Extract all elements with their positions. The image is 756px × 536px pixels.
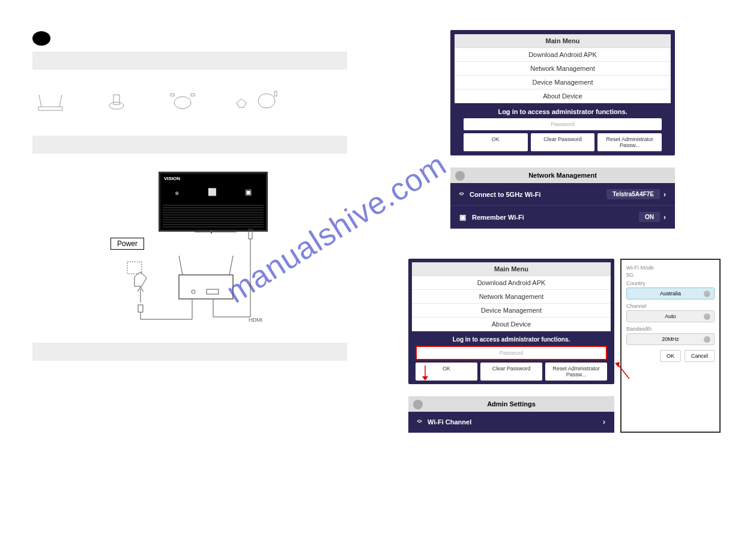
menu-item-network[interactable]: Network Management xyxy=(455,62,671,76)
main-menu-panel: Main Menu Download Android APK Network M… xyxy=(450,30,675,155)
reset-password-button[interactable]: Reset Administrator Passw... xyxy=(597,133,662,151)
password-input[interactable]: Password xyxy=(464,118,662,130)
dropdown-icon-3: ⌄ xyxy=(704,336,710,343)
channel-label: Channel xyxy=(626,303,715,309)
svg-rect-1 xyxy=(113,95,119,104)
package-items-row xyxy=(35,88,347,112)
main-menu-list: Main Menu Download Android APK Network M… xyxy=(455,34,671,103)
red-arrow-down-icon xyxy=(419,366,437,384)
section-heading-3 xyxy=(32,343,347,361)
menu-item-network-2[interactable]: Network Management xyxy=(412,290,611,304)
menu-item-about-2[interactable]: About Device xyxy=(412,318,611,331)
network-header-label: Network Management xyxy=(528,172,597,179)
main-menu-panel-2: Main Menu Download Android APK Network M… xyxy=(408,259,614,384)
wifi-mode-value: 5G xyxy=(626,272,715,278)
popup-cancel-button[interactable]: Cancel xyxy=(685,350,715,362)
bandwidth-value: 20MHz xyxy=(662,336,679,342)
svg-rect-9 xyxy=(179,275,233,299)
remember-wifi-label: Remember Wi-Fi xyxy=(472,214,639,221)
menu-item-about[interactable]: About Device xyxy=(455,89,671,103)
connect-wifi-row[interactable]: ⌔ Connect to 5GHz Wi-Fi Telstra5A4F7E › xyxy=(450,183,675,206)
channel-select[interactable]: Auto ⌄ xyxy=(626,310,715,322)
menu-item-device-2[interactable]: Device Management xyxy=(412,304,611,318)
admin-settings-panel: Admin Settings ⌔ Wi-Fi Channel › xyxy=(408,396,614,433)
svg-rect-3 xyxy=(171,94,174,96)
network-management-panel: Network Management ⌔ Connect to 5GHz Wi-… xyxy=(450,167,675,229)
admin-header-label: Admin Settings xyxy=(487,400,536,408)
right-column: Main Menu Download Android APK Network M… xyxy=(408,30,721,433)
svg-point-2 xyxy=(174,97,191,109)
menu-item-apk-2[interactable]: Download Android APK xyxy=(412,276,611,290)
dropdown-icon-1: ⌄ xyxy=(704,291,710,297)
login-message: Log in to access administrator functions… xyxy=(455,103,671,118)
wifi-channel-row[interactable]: ⌔ Wi-Fi Channel › xyxy=(408,412,614,433)
bandwidth-select[interactable]: 20MHz ⌄ xyxy=(626,333,715,345)
main-menu-header: Main Menu xyxy=(455,34,671,48)
country-select[interactable]: Australia ⌄ xyxy=(626,288,715,300)
channel-value: Auto xyxy=(665,313,676,319)
remember-wifi-row[interactable]: ▣ Remember Wi-Fi ON › xyxy=(450,206,675,229)
connect-wifi-label: Connect to 5GHz Wi-Fi xyxy=(470,191,606,198)
chevron-right-icon-3: › xyxy=(603,418,605,426)
back-icon[interactable] xyxy=(455,171,465,181)
reset-password-button-2[interactable]: Reset Administrator Passw... xyxy=(545,363,607,381)
clear-password-button-2[interactable]: Clear Password xyxy=(480,363,542,381)
main-menu-list-2: Main Menu Download Android APK Network M… xyxy=(412,262,611,331)
svg-rect-14 xyxy=(127,262,142,274)
svg-rect-13 xyxy=(207,289,219,294)
diagram-wires: HDMI xyxy=(116,172,291,328)
wifi-icon: ⌔ xyxy=(459,190,464,199)
svg-rect-16 xyxy=(138,305,143,312)
network-header: Network Management xyxy=(450,167,675,183)
left-column: VISION ● ⬜ ▣ xyxy=(32,31,347,366)
wifi-icon-2: ⌔ xyxy=(417,418,422,426)
svg-line-10 xyxy=(179,256,183,275)
step-badge xyxy=(32,31,50,46)
wifi-settings-popup: Wi-Fi Mode 5G Country Australia ⌄ Channe… xyxy=(620,259,721,433)
adapter-item-icon xyxy=(101,88,132,112)
country-label: Country xyxy=(626,280,715,286)
back-icon-2[interactable] xyxy=(413,400,423,409)
power-callout-label: Power xyxy=(110,238,144,250)
connect-wifi-value: Telstra5A4F7E xyxy=(606,189,660,199)
svg-text:HDMI: HDMI xyxy=(249,317,262,323)
svg-line-11 xyxy=(229,256,233,275)
dropdown-icon-2: ⌄ xyxy=(704,313,710,320)
svg-point-12 xyxy=(192,290,195,294)
country-value: Australia xyxy=(660,291,681,297)
menu-item-device[interactable]: Device Management xyxy=(455,76,671,89)
setup-diagram: VISION ● ⬜ ▣ xyxy=(116,172,291,328)
router-item-icon xyxy=(35,88,65,112)
page-root: manualshive.com VISION ● ⬜ ▣ xyxy=(0,0,756,536)
admin-header: Admin Settings xyxy=(408,396,614,412)
power-kit-icon xyxy=(234,88,282,112)
svg-point-5 xyxy=(258,94,275,108)
svg-point-0 xyxy=(109,102,124,109)
chevron-right-icon-2: › xyxy=(664,213,666,221)
popup-button-row: OK Cancel xyxy=(626,350,715,362)
popup-ok-button[interactable]: OK xyxy=(660,350,681,362)
hdmi-cable-icon xyxy=(168,88,198,112)
wifi-channel-label: Wi-Fi Channel xyxy=(428,418,599,426)
svg-rect-6 xyxy=(274,91,277,96)
main-menu-header-2: Main Menu xyxy=(412,262,611,276)
login-message-2: Log in to access administrator functions… xyxy=(412,331,611,346)
section-heading-2 xyxy=(32,136,347,154)
remember-wifi-value: ON xyxy=(639,212,660,222)
bandwidth-label: Bandwidth xyxy=(626,326,715,332)
menu-item-apk[interactable]: Download Android APK xyxy=(455,48,671,62)
bottom-left-column: Main Menu Download Android APK Network M… xyxy=(408,259,614,433)
bottom-cluster: Main Menu Download Android APK Network M… xyxy=(408,259,721,433)
section-heading-1 xyxy=(32,52,347,70)
svg-rect-4 xyxy=(191,94,195,96)
login-button-row: OK Clear Password Reset Administrator Pa… xyxy=(464,133,662,151)
clear-password-button[interactable]: Clear Password xyxy=(531,133,595,151)
login-button-row-2: OK Clear Password Reset Administrator Pa… xyxy=(416,363,607,381)
chevron-right-icon: › xyxy=(664,190,666,199)
svg-line-20 xyxy=(617,364,629,379)
remember-icon: ▣ xyxy=(459,213,466,221)
svg-rect-17 xyxy=(249,229,252,239)
password-input-highlighted[interactable]: Password xyxy=(416,346,607,360)
wifi-mode-label: Wi-Fi Mode xyxy=(626,265,715,271)
ok-button[interactable]: OK xyxy=(464,133,528,151)
